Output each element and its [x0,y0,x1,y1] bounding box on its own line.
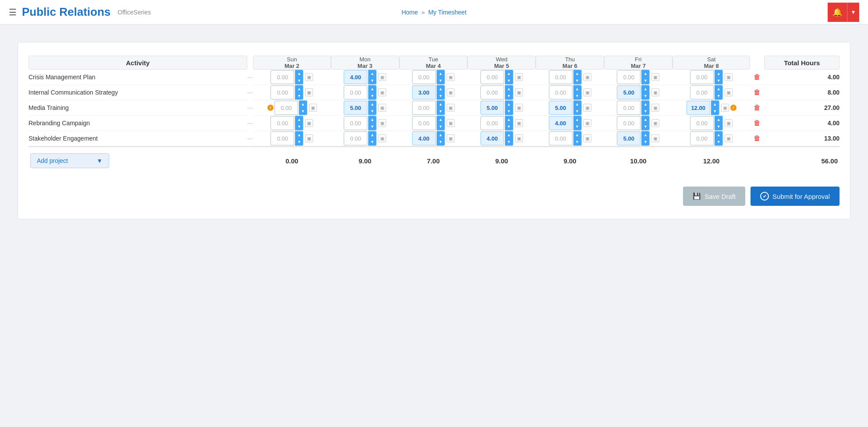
spinner-up-button[interactable]: ▲ [505,116,513,123]
note-icon[interactable]: ▣ [583,88,591,96]
hour-input[interactable] [549,101,573,115]
spinner-up-button[interactable]: ▲ [368,116,376,123]
delete-row-button[interactable]: 🗑 [752,104,762,112]
hour-input[interactable] [617,116,640,130]
delete-row-button[interactable]: 🗑 [752,134,762,142]
note-icon[interactable]: ▣ [447,104,455,112]
hour-input[interactable] [617,131,640,145]
note-icon[interactable]: ▣ [305,134,313,142]
note-icon[interactable]: ▣ [583,119,591,127]
spinner-up-button[interactable]: ▲ [573,101,581,108]
spinner-down-button[interactable]: ▼ [573,138,581,145]
spinner-up-button[interactable]: ▲ [505,131,513,138]
note-icon[interactable]: ▣ [447,119,455,127]
user-dropdown-button[interactable]: ▼ [847,3,859,22]
spinner-down-button[interactable]: ▼ [437,77,445,84]
spinner-down-button[interactable]: ▼ [641,138,649,145]
row-menu-button[interactable]: ··· [247,85,253,100]
spinner-up-button[interactable]: ▲ [505,101,513,108]
hour-input[interactable] [690,116,714,130]
notification-bell-button[interactable]: 🔔 [828,3,847,22]
spinner-up-button[interactable]: ▲ [641,131,649,138]
spinner-down-button[interactable]: ▼ [368,108,376,115]
hour-input[interactable] [617,70,640,84]
hour-input[interactable] [270,116,294,130]
spinner-up-button[interactable]: ▲ [437,101,445,108]
row-menu-button[interactable]: ··· [247,116,253,131]
hour-input[interactable] [412,85,436,99]
spinner-down-button[interactable]: ▼ [368,138,376,145]
note-icon[interactable]: ▣ [305,119,313,127]
note-icon[interactable]: ▣ [651,104,659,112]
spinner-down-button[interactable]: ▼ [573,108,581,115]
note-icon[interactable]: ▣ [378,134,386,142]
spinner-down-button[interactable]: ▼ [295,77,303,84]
spinner-down-button[interactable]: ▼ [641,92,649,99]
hour-input[interactable] [480,131,504,145]
note-icon[interactable]: ▣ [515,104,523,112]
hour-input[interactable] [690,85,714,99]
spinner-down-button[interactable]: ▼ [295,138,303,145]
hour-input[interactable] [687,101,710,115]
hour-input[interactable] [412,116,436,130]
spinner-down-button[interactable]: ▼ [505,138,513,145]
spinner-down-button[interactable]: ▼ [573,123,581,130]
note-icon[interactable]: ▣ [725,134,733,142]
hour-input[interactable] [549,70,573,84]
spinner-up-button[interactable]: ▲ [573,131,581,138]
spinner-down-button[interactable]: ▼ [368,92,376,99]
spinner-up-button[interactable]: ▲ [368,101,376,108]
submit-approval-button[interactable]: ✔ Submit for Approval [751,187,840,206]
spinner-down-button[interactable]: ▼ [295,123,303,130]
spinner-up-button[interactable]: ▲ [641,116,649,123]
spinner-down-button[interactable]: ▼ [573,92,581,99]
spinner-up-button[interactable]: ▲ [437,131,445,138]
spinner-up-button[interactable]: ▲ [715,116,722,123]
spinner-up-button[interactable]: ▲ [295,116,303,123]
spinner-down-button[interactable]: ▼ [641,77,649,84]
spinner-down-button[interactable]: ▼ [715,77,722,84]
hour-input[interactable] [617,101,640,115]
spinner-down-button[interactable]: ▼ [505,108,513,115]
spinner-up-button[interactable]: ▲ [641,70,649,77]
spinner-up-button[interactable]: ▲ [368,131,376,138]
hour-input[interactable] [690,70,714,84]
hour-input[interactable] [344,70,367,84]
save-draft-button[interactable]: 💾 Save Draft [683,187,745,206]
spinner-down-button[interactable]: ▼ [437,138,445,145]
hour-input[interactable] [549,116,573,130]
spinner-down-button[interactable]: ▼ [505,123,513,130]
spinner-down-button[interactable]: ▼ [437,92,445,99]
note-icon[interactable]: ▣ [378,104,386,112]
row-menu-button[interactable]: ··· [247,131,253,146]
hour-input[interactable] [480,116,504,130]
spinner-down-button[interactable]: ▼ [715,123,722,130]
spinner-up-button[interactable]: ▲ [715,70,722,77]
note-icon[interactable]: ▣ [651,88,659,96]
hour-input[interactable] [344,131,367,145]
hour-input[interactable] [412,70,436,84]
spinner-up-button[interactable]: ▲ [295,131,303,138]
hour-input[interactable] [690,131,714,145]
spinner-up-button[interactable]: ▲ [505,70,513,77]
note-icon[interactable]: ▣ [515,119,523,127]
spinner-up-button[interactable]: ▲ [573,85,581,92]
note-icon[interactable]: ▣ [651,134,659,142]
hour-input[interactable] [270,131,294,145]
spinner-up-button[interactable]: ▲ [641,101,649,108]
note-icon[interactable]: ▣ [583,73,591,81]
note-icon[interactable]: ▣ [305,88,313,96]
spinner-down-button[interactable]: ▼ [711,108,719,115]
spinner-up-button[interactable]: ▲ [715,85,722,92]
spinner-up-button[interactable]: ▲ [711,101,719,108]
note-icon[interactable]: ▣ [515,88,523,96]
note-icon[interactable]: ▣ [309,104,317,112]
hour-input[interactable] [344,85,367,99]
spinner-down-button[interactable]: ▼ [368,77,376,84]
hour-input[interactable] [274,101,298,115]
spinner-down-button[interactable]: ▼ [505,77,513,84]
spinner-up-button[interactable]: ▲ [437,70,445,77]
note-icon[interactable]: ▣ [447,73,455,81]
delete-row-button[interactable]: 🗑 [752,88,762,96]
spinner-down-button[interactable]: ▼ [295,92,303,99]
